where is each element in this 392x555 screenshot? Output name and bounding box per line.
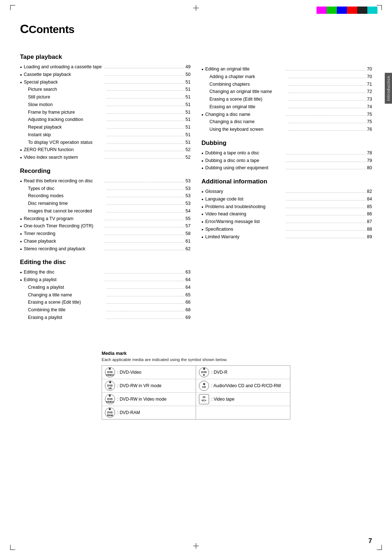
list-item: Changing an original title name 72 — [201, 88, 372, 95]
media-row: ⊕CD : Audio/Video CD and CD-R/CD-RW — [196, 379, 290, 393]
media-row-empty — [196, 406, 290, 419]
page-number: 7 — [368, 537, 372, 545]
list-item: Video head cleaning 86 — [201, 211, 372, 218]
tape-playback-list: Loading and unloading a cassette tape 49… — [20, 64, 191, 161]
corner-mark-br — [377, 545, 382, 550]
col-right: Editing an original title 70 Adding a ch… — [201, 47, 372, 322]
list-item: Changing a disc name 75 — [201, 118, 372, 125]
list-item: Still picture 51 — [20, 94, 191, 101]
list-item: Language code list 84 — [201, 196, 372, 203]
list-item: Glossary 82 — [201, 188, 372, 195]
cd-icon: ⊕CD — [199, 381, 209, 391]
list-item: Recording modes 53 — [20, 193, 191, 199]
list-item: Adding a chapter mark 70 — [201, 73, 372, 80]
editing-original-list: Editing an original title 70 Adding a ch… — [201, 66, 372, 133]
list-item: Read this before recording on disc 53 — [20, 178, 191, 185]
list-item: Dubbing a tape onto a disc 78 — [201, 150, 372, 157]
section-dubbing: Dubbing — [201, 139, 372, 147]
list-item: Slow motion 51 — [20, 101, 191, 108]
col-left: Tape playback Loading and unloading a ca… — [20, 47, 191, 322]
vcr-icon: 📼VC+ — [199, 394, 209, 404]
list-item: Types of disc 53 — [20, 185, 191, 192]
list-item: Chase playback 61 — [20, 238, 191, 245]
list-item: Adjusting tracking condition 51 — [20, 116, 191, 123]
list-item: Specifications 88 — [201, 226, 372, 233]
list-item: Changing a disc name 75 — [201, 111, 372, 118]
media-mark-section: Media mark Each applicable media are ind… — [20, 351, 372, 420]
crosshair-bottom — [193, 543, 199, 550]
page-title: CContents — [20, 22, 372, 36]
media-mark-title: Media mark — [102, 351, 290, 356]
media-row: ⊕DVDVR : DVD-RW in VR mode — [102, 379, 196, 393]
list-item: Editing an original title 70 — [201, 66, 372, 73]
list-item: Combining chapters 71 — [201, 81, 372, 88]
list-item: Stereo recording and playback 62 — [20, 246, 191, 252]
list-item: Limited Warranty 89 — [201, 234, 372, 240]
media-grid: ⊕DVDVIDEO : DVD-Video ⊕DVDR : DVD-R ⊕DVD… — [102, 365, 290, 420]
dubbing-list: Dubbing a tape onto a disc 78 Dubbing a … — [201, 150, 372, 171]
list-item: Special playback 51 — [20, 79, 191, 86]
list-item: Disc remaining time 53 — [20, 200, 191, 207]
dvd-ram-icon: ⊕DVDRAM — [105, 408, 115, 418]
list-item: Erasing a scene (Edit title) 73 — [201, 96, 372, 103]
list-item: Video index search system 52 — [20, 154, 191, 161]
media-row: 📼VC+ : Video tape — [196, 393, 290, 406]
list-item: Editing the disc 63 — [20, 269, 191, 276]
list-item: Erasing a scene (Edit title) 66 — [20, 299, 191, 306]
list-item: Images that cannot be recorded 54 — [20, 208, 191, 215]
media-row: ⊕DVDVIDEO : DVD-Video — [102, 366, 196, 379]
dvd-vr-icon: ⊕DVDVR — [105, 381, 115, 391]
list-item: Problems and troubleshooting 85 — [201, 203, 372, 210]
media-label: : Audio/Video CD and CD-R/CD-RW — [211, 383, 281, 388]
media-mark-subtitle: Each applicable media are indicated usin… — [102, 357, 290, 362]
dvd-r-icon: ⊕DVDR — [199, 367, 209, 377]
list-item: Cassette tape playback 50 — [20, 71, 191, 78]
list-item: Repeat playback 51 — [20, 124, 191, 131]
list-item: Changing a title name 65 — [20, 292, 191, 299]
editing-disc-list: Editing the disc 63 Editing a playlist 6… — [20, 269, 191, 321]
list-item: Dubbing a disc onto a tape 79 — [201, 157, 372, 164]
corner-mark-bl — [10, 545, 15, 550]
list-item: Erasing an original title 74 — [201, 104, 372, 110]
list-item: Error/Warning message list 87 — [201, 218, 372, 225]
list-item: To display VCR operation status 51 — [20, 139, 191, 146]
media-row: ⊕DVDRAM : DVD-RAM — [102, 406, 196, 419]
main-content: CContents Tape playback Loading and unlo… — [0, 0, 392, 449]
list-item: Using the keyboard screen 76 — [201, 126, 372, 133]
list-item: Combining the title 68 — [20, 307, 191, 313]
list-item: Creating a playlist 64 — [20, 284, 191, 291]
dvd-video-icon: ⊕DVDVIDEO — [105, 367, 115, 377]
media-label: : DVD-RW in VR mode — [117, 383, 162, 388]
list-item: Instant skip 51 — [20, 131, 191, 138]
list-item: Editing a playlist 64 — [20, 276, 191, 283]
media-row: ⊕DVDVIDEO : DVD-RW in Video mode — [102, 393, 196, 406]
list-item: One-touch Timer Recording (OTR) 57 — [20, 223, 191, 230]
list-item: ZERO RETURN function 52 — [20, 146, 191, 153]
section-additional: Additional information — [201, 178, 372, 185]
media-label: : DVD-RAM — [117, 410, 140, 415]
section-editing-disc: Editing the disc — [20, 259, 191, 266]
list-item: Loading and unloading a cassette tape 49 — [20, 64, 191, 70]
list-item: Erasing a playlist 69 — [20, 314, 191, 321]
media-label: : Video tape — [211, 397, 234, 402]
media-label: : DVD-R — [211, 370, 228, 375]
list-item: Dubbing using other equipment 80 — [201, 165, 372, 171]
list-item: Timer recording 58 — [20, 230, 191, 237]
recording-list: Read this before recording on disc 53 Ty… — [20, 178, 191, 252]
section-tape-playback: Tape playback — [20, 53, 191, 61]
media-row: ⊕DVDR : DVD-R — [196, 366, 290, 379]
section-recording: Recording — [20, 167, 191, 175]
dvd-video-mode-icon: ⊕DVDVIDEO — [105, 394, 115, 404]
columns-layout: Tape playback Loading and unloading a ca… — [20, 47, 372, 322]
list-item: Frame by frame picture 51 — [20, 109, 191, 116]
list-item: Picture search 51 — [20, 86, 191, 93]
additional-list: Glossary 82 Language code list 84 Proble… — [201, 188, 372, 240]
list-item: Recording a TV program 55 — [20, 215, 191, 222]
media-label: : DVD-RW in Video mode — [117, 397, 167, 402]
media-label: : DVD-Video — [117, 370, 141, 375]
